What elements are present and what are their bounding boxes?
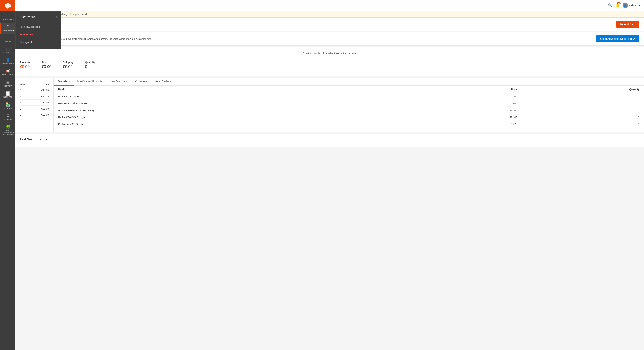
tab-new-customers[interactable]: New Customers: [106, 77, 131, 86]
tabs-nav: Bestsellers Most Viewed Products New Cus…: [54, 77, 644, 86]
product-name: Radiant Tee-XS-Blue: [57, 93, 420, 100]
popup-item-test-as-bot[interactable]: Test as bot: [16, 31, 61, 38]
table-row: 3€98.00: [20, 106, 49, 112]
sidebar-item-stores[interactable]: 🏪 STORES: [0, 100, 15, 111]
order-items: 1: [20, 87, 32, 93]
catalog-icon: ◫: [6, 47, 10, 51]
reports-icon: 📊: [6, 91, 10, 95]
order-total: €22.00: [32, 112, 49, 118]
sidebar-label-dashboard: DASHBOARD: [2, 18, 14, 20]
product-price: €22.00: [420, 93, 519, 100]
order-total: €73.20: [32, 93, 49, 100]
reload-button[interactable]: Reload Data: [616, 21, 640, 27]
product-name: Portia Capri-28-Green: [57, 121, 420, 128]
product-name: Argus All-Weather Tank-XL-Gray: [57, 107, 420, 114]
product-name: Radiant Tee-XS-Orange: [57, 114, 420, 121]
popup-item-configuration[interactable]: Configuration: [16, 38, 61, 46]
chart-disabled-message: Chart is disabled. To enable the chart, …: [20, 52, 640, 55]
order-items: 2: [20, 93, 32, 100]
content-icon: ▤: [6, 80, 10, 84]
metric-revenue: Revenue €0.00: [20, 61, 30, 69]
sidebar-item-extendware[interactable]: ⬡ EXTENDWARE: [0, 22, 15, 34]
product-price: €39.20: [420, 121, 519, 128]
advanced-reporting-label: Go to Advanced Reporting: [600, 37, 632, 40]
sidebar-label-customers: CUSTOMERS: [2, 63, 14, 65]
metric-tax: Tax €0.00: [42, 61, 51, 69]
last-search-section: Last Search Terms: [15, 134, 644, 147]
metric-shipping-label: Shipping: [63, 61, 74, 64]
sidebar-label-reports: REPORTS: [4, 96, 12, 98]
sales-icon: $: [7, 36, 9, 40]
search-button[interactable]: 🔍: [608, 3, 612, 7]
last-search-title: Last Search Terms: [20, 138, 640, 141]
tab-bestsellers[interactable]: Bestsellers: [54, 77, 74, 86]
orders-summary-col: Items Total 1€24.002€73.203€110.003€98.0…: [15, 77, 54, 132]
product-quantity: 1: [519, 114, 641, 121]
alert-banner: u can browse and place orders, but nothi…: [15, 11, 644, 18]
metric-quantity-value: 0: [85, 64, 95, 69]
username: vaibhav: [629, 4, 638, 7]
tab-customers[interactable]: Customers: [131, 77, 151, 86]
sidebar-label-marketing: MARKETING: [2, 74, 14, 76]
products-col: Bestsellers Most Viewed Products New Cus…: [54, 77, 644, 132]
popup-header: Extendware ×: [16, 15, 61, 21]
sidebar: ⊞ DASHBOARD ⬡ EXTENDWARE $ SALES ◫ CATAL…: [0, 0, 15, 350]
notifications-button[interactable]: 🔔 40: [615, 3, 620, 7]
sidebar-item-marketing[interactable]: 📢 MARKETING: [0, 67, 15, 78]
product-quantity: 1: [519, 121, 641, 128]
sidebar-logo[interactable]: [0, 0, 15, 11]
sidebar-item-find-partners[interactable]: 🧩 FIND PARTNERS & EXTENSIONS: [0, 123, 15, 137]
col-price: Price: [420, 86, 519, 93]
metric-shipping: Shipping €0.00: [63, 61, 74, 69]
sidebar-item-sales[interactable]: $ SALES: [0, 34, 15, 45]
tabs-layout: Items Total 1€24.002€73.203€110.003€98.0…: [15, 77, 644, 132]
order-items: 1: [20, 112, 32, 118]
top-bar: 🔍 🔔 40 👤 vaibhav ▾: [15, 0, 644, 11]
orders-col-total: Total: [32, 82, 49, 87]
product-quantity: 1: [519, 100, 641, 107]
popup-close-button[interactable]: ×: [56, 15, 58, 19]
product-quantity: 1: [519, 107, 641, 114]
table-row: 3€110.00: [20, 100, 49, 106]
sidebar-item-dashboard[interactable]: ⊞ DASHBOARD: [0, 11, 15, 22]
order-items: 3: [20, 100, 32, 106]
product-price: €22.00: [420, 107, 519, 114]
metrics-row: Revenue €0.00 Tax €0.00 Shipping €0.00 Q…: [20, 59, 640, 71]
product-quantity: 2: [519, 93, 641, 100]
order-total: €24.00: [32, 87, 49, 93]
table-row: Portia Capri-28-Green€39.201: [57, 121, 641, 128]
extendware-icon: ⬡: [6, 25, 10, 29]
notification-badge: 40: [617, 2, 620, 4]
tab-most-viewed[interactable]: Most Viewed Products: [74, 77, 106, 86]
sidebar-item-customers[interactable]: 👤 CUSTOMERS: [0, 56, 15, 67]
avatar: 👤: [622, 3, 628, 8]
tab-yotpo[interactable]: Yotpo Reviews: [151, 77, 175, 86]
sidebar-item-system[interactable]: ⚙ SYSTEM: [0, 111, 15, 123]
sidebar-item-catalog[interactable]: ◫ CATALOG: [0, 45, 15, 56]
sidebar-label-catalog: CATALOG: [4, 52, 12, 54]
popup-item-extendware-bots[interactable]: Extendware Bots: [16, 23, 61, 31]
advanced-reporting-section: d of your business' performance, using o…: [15, 32, 644, 45]
external-link-icon: ↗: [633, 37, 635, 40]
sidebar-item-content[interactable]: ▤ CONTENT: [0, 78, 15, 89]
advanced-reporting-button[interactable]: Go to Advanced Reporting ↗: [596, 35, 640, 42]
product-name: Gobi HeatTec® Tee-M-Red: [57, 100, 420, 107]
sidebar-label-find-partners: FIND PARTNERS & EXTENSIONS: [1, 129, 14, 135]
sidebar-item-reports[interactable]: 📊 REPORTS: [0, 89, 15, 100]
system-icon: ⚙: [6, 114, 10, 118]
user-chevron: ▾: [639, 4, 640, 7]
order-items: 3: [20, 106, 32, 112]
order-total: €98.00: [32, 106, 49, 112]
table-row: Radiant Tee-XS-Orange€22.001: [57, 114, 641, 121]
chart-enable-link[interactable]: here: [351, 52, 356, 55]
sidebar-label-sales: SALES: [5, 40, 11, 42]
table-row: Gobi HeatTec® Tee-M-Red€29.001: [57, 100, 641, 107]
user-menu[interactable]: 👤 vaibhav ▾: [622, 3, 640, 8]
sidebar-label-system: SYSTEM: [4, 118, 12, 120]
metric-tax-value: €0.00: [42, 64, 51, 69]
product-price: €29.00: [420, 100, 519, 107]
main-content: 🔍 🔔 40 👤 vaibhav ▾ u can browse and plac…: [15, 0, 644, 350]
table-row: 1€24.00: [20, 87, 49, 93]
customers-icon: 👤: [6, 58, 10, 62]
sidebar-label-stores: STORES: [4, 107, 12, 109]
